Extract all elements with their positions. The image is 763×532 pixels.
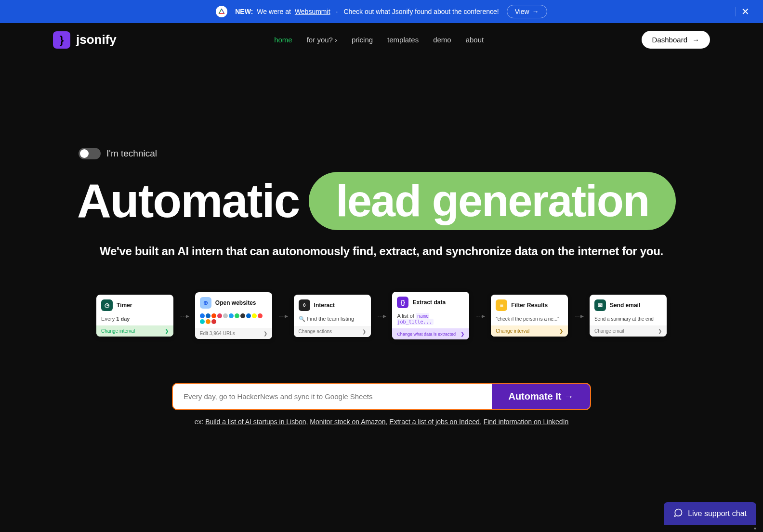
workflow-card-extract[interactable]: {} Extract data A list of name job_title… [392, 292, 469, 339]
banner-new-label: NEW: [235, 8, 253, 15]
card-footer-label: Edit 3,964 URLs [200, 331, 235, 336]
workflow-arrow-icon: - - -▸ [476, 312, 484, 320]
cursor-icon: ◊ [299, 299, 310, 311]
brand-name: jsonify [76, 32, 117, 47]
chevron-right-icon: › [335, 36, 337, 44]
brand-logo[interactable]: } jsonify [53, 31, 117, 49]
subheadline: We've built an AI intern that can autono… [77, 245, 686, 258]
card-footer-label: Change actions [299, 329, 332, 334]
card-title: Open websites [215, 299, 256, 306]
card-body-text: Every [101, 316, 116, 322]
site-logo-icon [206, 313, 210, 318]
card-footer[interactable]: Change actions❯ [294, 326, 371, 337]
card-footer[interactable]: Change interval❯ [491, 325, 568, 337]
card-title: Send email [610, 302, 640, 309]
chevron-right-icon: ❯ [165, 328, 169, 334]
card-footer[interactable]: Change what data is extracted❯ [392, 328, 469, 339]
hero-section: I'm technical Automatic lead generation … [0, 56, 763, 445]
banner-close-button[interactable]: ✕ [737, 4, 753, 19]
live-chat-button[interactable]: Live support chat [664, 502, 756, 525]
view-label: View [515, 8, 529, 15]
card-body-bold: 1 day [116, 316, 130, 322]
card-title: Timer [117, 302, 132, 309]
example-prompts: ex: Build a list of AI startups in Lisbo… [77, 418, 686, 426]
chat-caret-icon: ▾ [754, 526, 756, 531]
filter-icon: ≡ [496, 299, 507, 311]
example-link-3[interactable]: Find information on LinkedIn [484, 418, 569, 426]
card-footer[interactable]: Edit 3,964 URLs❯ [195, 328, 272, 339]
headline: Automatic lead generation [77, 172, 686, 230]
automate-button[interactable]: Automate It → [492, 384, 590, 409]
chevron-right-icon: ❯ [460, 331, 464, 337]
workflow-diagram: ◷ Timer Every 1 day Change interval❯ - -… [77, 292, 686, 339]
site-logo-icon [217, 313, 222, 318]
banner-content: NEW: We were at Websummit · Check out wh… [216, 5, 547, 18]
globe-icon: ⊕ [200, 297, 211, 309]
timer-icon: ◷ [101, 299, 113, 311]
workflow-arrow-icon: - - -▸ [575, 312, 583, 320]
chevron-right-icon: ❯ [263, 331, 267, 336]
card-footer-label: Change interval [496, 328, 529, 334]
chevron-right-icon: ❯ [362, 329, 366, 334]
nav-demo[interactable]: demo [433, 36, 451, 44]
example-link-2[interactable]: Extract a list of jobs on Indeed [389, 418, 480, 426]
top-nav: } jsonify home for you? › pricing templa… [0, 23, 763, 56]
dashboard-button[interactable]: Dashboard → [642, 31, 710, 49]
card-title: Interact [314, 302, 335, 309]
banner-text-1: We were at [257, 8, 291, 15]
banner-separator: · [336, 8, 338, 15]
site-logo-icon [206, 319, 210, 324]
workflow-card-open-websites[interactable]: ⊕ Open websites Edit 3,964 URLs❯ [195, 292, 272, 339]
automate-label: Automate It → [508, 391, 574, 402]
nav-templates[interactable]: templates [387, 36, 419, 44]
nav-pricing[interactable]: pricing [352, 36, 373, 44]
nav-home[interactable]: home [274, 36, 292, 44]
nav-links: home for you? › pricing templates demo a… [274, 36, 484, 44]
example-link-1[interactable]: Monitor stock on Amazon [310, 418, 385, 426]
banner-divider [736, 7, 736, 16]
chevron-right-icon: ❯ [559, 328, 563, 334]
banner-view-button[interactable]: View → [507, 5, 547, 18]
site-logo-icon [200, 319, 205, 324]
arrow-right-icon: → [532, 8, 539, 15]
prompt-input[interactable] [173, 384, 492, 409]
site-logo-icon [235, 313, 239, 318]
workflow-card-interact[interactable]: ◊ Interact 🔍 Find the team listing Chang… [294, 295, 371, 337]
technical-toggle-row: I'm technical [79, 148, 157, 159]
prompt-bar: Automate It → [172, 383, 591, 410]
nav-for-you[interactable]: for you? › [307, 36, 337, 44]
site-logo-icon [211, 313, 216, 318]
arrow-right-icon: → [692, 36, 699, 44]
nav-for-you-label: for you? [307, 36, 333, 44]
websummit-logo-icon [216, 6, 227, 17]
site-logo-icon [211, 319, 216, 324]
site-logo-icon [223, 313, 228, 318]
nav-about[interactable]: about [466, 36, 484, 44]
technical-toggle[interactable] [79, 148, 101, 159]
site-logo-icon [240, 313, 245, 318]
site-logo-icon [252, 313, 257, 318]
workflow-card-email[interactable]: ✉ Send email Send a summary at the end C… [590, 295, 667, 337]
logo-icon: } [53, 31, 70, 49]
site-logo-icon [246, 313, 251, 318]
banner-text-2: Check out what Jsonify found about the c… [343, 8, 499, 15]
dashboard-label: Dashboard [652, 36, 687, 44]
technical-toggle-label: I'm technical [106, 148, 157, 159]
site-logo-icon [200, 313, 205, 318]
workflow-card-timer[interactable]: ◷ Timer Every 1 day Change interval❯ [96, 295, 173, 337]
workflow-card-filter[interactable]: ≡ Filter Results "check if the person is… [491, 295, 568, 337]
headline-dynamic-pill: lead generation [309, 172, 676, 230]
site-logo-icon [229, 313, 234, 318]
card-title: Extract data [412, 299, 446, 306]
banner-websummit-link[interactable]: Websummit [295, 8, 330, 15]
card-footer-label: Change what data is extracted [397, 332, 456, 337]
chat-label: Live support chat [688, 509, 747, 518]
example-link-0[interactable]: Build a list of AI startups in Lisbon [205, 418, 306, 426]
card-body-text: "check if the person is a ne..." [496, 316, 559, 322]
examples-prefix: ex: [195, 418, 204, 426]
card-footer[interactable]: Change interval❯ [96, 325, 173, 337]
card-title: Filter Results [511, 302, 548, 309]
workflow-arrow-icon: - - -▸ [180, 312, 188, 320]
chat-icon [673, 508, 683, 519]
card-footer[interactable]: Change email❯ [590, 325, 667, 337]
